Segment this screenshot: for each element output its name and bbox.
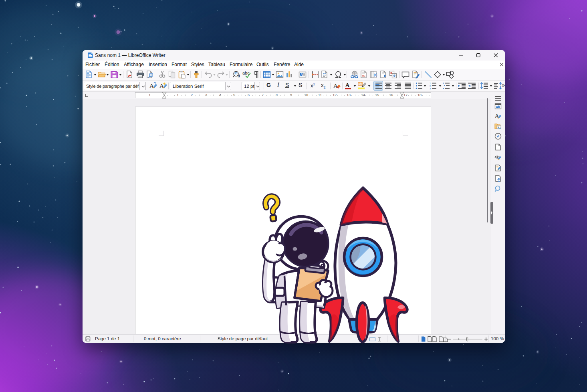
svg-text:1: 1 <box>364 75 366 78</box>
svg-text:A: A <box>333 83 338 89</box>
svg-text:3: 3 <box>430 87 431 89</box>
svg-text:A: A <box>301 73 303 77</box>
svg-text:(t): (t) <box>374 73 377 77</box>
svg-text:2: 2 <box>430 85 431 87</box>
svg-text:d: d <box>238 74 240 78</box>
svg-text:1: 1 <box>430 82 431 85</box>
svg-text:abc: abc <box>242 71 250 75</box>
svg-text:ab: ab <box>358 82 362 86</box>
svg-text:a: a <box>235 72 237 75</box>
svg-text:A: A <box>345 82 350 88</box>
